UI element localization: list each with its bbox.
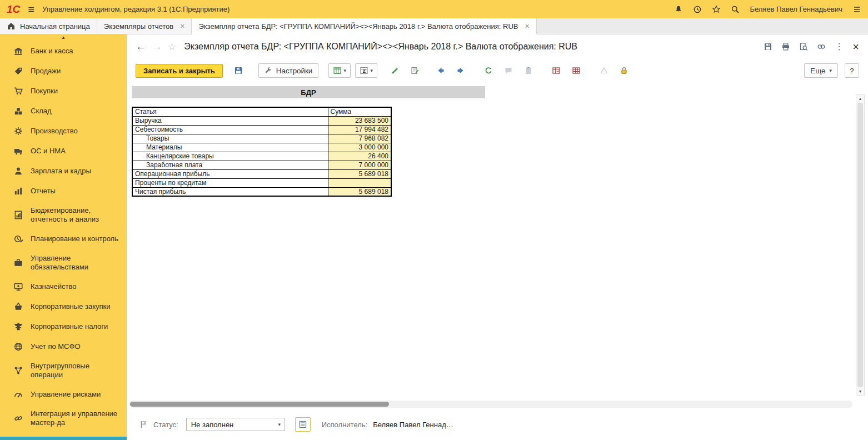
sidebar-item-korp-zakupki[interactable]: Корпоративные закупки	[0, 297, 127, 317]
gear-icon	[13, 126, 23, 136]
next-button[interactable]	[453, 63, 468, 78]
forward-button[interactable]: →	[152, 41, 162, 53]
cart-icon	[13, 86, 23, 96]
sidebar-scroll-up-icon[interactable]: ▲	[0, 34, 127, 41]
nodes-icon	[13, 366, 23, 376]
sidebar-item-bank-kassa[interactable]: Банк и касса	[0, 41, 127, 61]
truck-icon	[13, 146, 23, 156]
table-row[interactable]: Заработная плата7 000 000	[132, 161, 391, 169]
more-actions-icon[interactable]: ⋮	[835, 42, 844, 51]
sidebar-item-obyazatelstva[interactable]: Управление обязательствами	[0, 249, 127, 277]
tab-close-icon[interactable]: ×	[180, 22, 184, 31]
tab-report-instance-bdr[interactable]: Экземпляр отчета БДР: <ГРУППА КОМПАНИЙ><…	[192, 18, 536, 34]
lock-icon	[620, 66, 628, 75]
favorite-star-icon[interactable]: ☆	[168, 41, 176, 53]
paste-button[interactable]	[521, 63, 536, 78]
bar-chart-icon	[13, 186, 23, 196]
sidebar-item-kaznacheystvo[interactable]: Казначейство	[0, 277, 127, 297]
help-button[interactable]: ?	[845, 63, 859, 78]
status-dropdown[interactable]: Не заполнен ▾	[186, 418, 285, 431]
edit-button[interactable]	[387, 63, 403, 78]
back-button[interactable]: ←	[136, 41, 146, 53]
open-form-button[interactable]	[407, 63, 423, 78]
executor-label: Исполнитель:	[322, 421, 367, 429]
print-icon[interactable]	[781, 42, 790, 51]
tab-home-label: Начальная страница	[20, 22, 90, 31]
triangle-icon	[600, 66, 608, 75]
report-view-dropdown-button[interactable]: ▾	[328, 63, 351, 78]
tab-report-instances[interactable]: Экземпляры отчетов ×	[97, 18, 192, 34]
sidebar-item-msfo[interactable]: Учет по МСФО	[0, 337, 127, 357]
previous-button[interactable]	[433, 63, 448, 78]
tab-home[interactable]: Начальная страница	[0, 18, 97, 34]
history-icon[interactable]	[693, 5, 702, 14]
table-row[interactable]: Выручка23 683 500	[132, 116, 391, 125]
sidebar-item-pokupki[interactable]: Покупки	[0, 81, 127, 101]
triangle-indicator-button[interactable]	[596, 63, 612, 78]
status-list-button[interactable]	[295, 417, 311, 432]
table-row[interactable]: Товары7 968 082	[132, 134, 391, 143]
scroll-up-icon[interactable]: ▲	[859, 95, 862, 102]
vertical-scrollbar-thumb[interactable]	[857, 103, 863, 387]
tab-label: Экземпляры отчетов	[104, 22, 173, 31]
close-document-icon[interactable]: ×	[852, 41, 859, 52]
sidebar-item-integraciya[interactable]: Интеграция и управление мастер-да	[0, 404, 127, 432]
more-button[interactable]: Еще ▾	[804, 63, 838, 78]
import-table-button[interactable]	[548, 63, 564, 78]
favorites-star-icon[interactable]	[712, 5, 721, 14]
sidebar-item-otchety[interactable]: Отчеты	[0, 181, 127, 201]
save-icon[interactable]	[764, 42, 772, 51]
table-row[interactable]: Материалы3 000 000	[132, 143, 391, 152]
totals-dropdown-button[interactable]: ▾	[355, 63, 377, 78]
table-row[interactable]: Проценты по кредитам	[132, 178, 391, 187]
comment-button[interactable]	[501, 63, 516, 78]
refresh-button[interactable]	[481, 63, 496, 78]
settings-button[interactable]: Настройки	[258, 63, 318, 78]
wrench-icon	[265, 67, 272, 74]
sidebar-item-korp-nalogi[interactable]: Корпоративные налоги	[0, 317, 127, 337]
main-area: ← → ☆ Экземпляр отчета БДР: <ГРУППА КОМП…	[127, 34, 868, 440]
tab-label: Экземпляр отчета БДР: <ГРУППА КОМПАНИЙ><…	[198, 22, 518, 31]
edit-form-icon	[411, 66, 420, 75]
save-button[interactable]	[231, 63, 246, 78]
table-row[interactable]: Операционная прибыль5 689 018	[132, 169, 391, 178]
links-icon	[13, 413, 23, 423]
scroll-down-icon[interactable]: ▼	[859, 388, 862, 395]
sidebar-scrollbar[interactable]	[0, 437, 127, 440]
link-icon[interactable]	[817, 42, 826, 51]
tab-close-icon[interactable]: ×	[525, 22, 529, 31]
service-panel-icon[interactable]	[852, 5, 861, 14]
clipboard-icon	[524, 66, 533, 75]
executor-value[interactable]: Беляев Павел Геннад…	[373, 421, 453, 429]
lock-button[interactable]	[616, 63, 632, 78]
pencil-icon	[391, 66, 400, 75]
briefcase-icon	[13, 258, 23, 268]
vertical-scrollbar[interactable]: ▲ ▼	[856, 94, 865, 396]
sidebar-item-riski[interactable]: Управление рисками	[0, 384, 127, 404]
save-and-close-button[interactable]: Записать и закрыть	[136, 64, 223, 78]
search-icon[interactable]	[731, 5, 740, 14]
sidebar-item-prodazhi[interactable]: Продажи	[0, 61, 127, 81]
sidebar-item-vnutrigruppovye[interactable]: Внутригрупповые операции	[0, 357, 127, 384]
table-grid-button[interactable]	[568, 63, 584, 78]
sidebar-item-os-nma[interactable]: ОС и НМА	[0, 141, 127, 161]
safe-icon	[13, 282, 23, 292]
arrow-left-icon	[436, 66, 445, 75]
sidebar-item-proizvodstvo[interactable]: Производство	[0, 121, 127, 141]
flag-icon	[139, 420, 148, 429]
table-grid-icon	[572, 66, 581, 75]
sidebar-item-planirovanie[interactable]: Планирование и контроль	[0, 229, 127, 249]
table-row[interactable]: Чистая прибыль5 689 018	[132, 187, 391, 196]
main-menu-icon[interactable]: ≡	[28, 4, 34, 15]
sidebar-item-sklad[interactable]: Склад	[0, 101, 127, 121]
print-preview-icon[interactable]	[799, 42, 808, 51]
table-row[interactable]: Себестоимость17 994 482	[132, 125, 391, 134]
horizontal-scrollbar-thumb[interactable]	[130, 402, 389, 407]
current-user-name[interactable]: Беляев Павел Геннадьевич	[750, 5, 842, 13]
sidebar-item-zarplata-kadry[interactable]: Зарплата и кадры	[0, 161, 127, 181]
notifications-bell-icon[interactable]	[674, 5, 683, 14]
sidebar-item-byudzhetirovanie[interactable]: Бюджетирование, отчетность и анализ	[0, 201, 127, 229]
table-row[interactable]: Канцелярские товары26 400	[132, 152, 391, 161]
price-tag-icon	[13, 66, 23, 76]
horizontal-scrollbar[interactable]	[129, 401, 852, 408]
